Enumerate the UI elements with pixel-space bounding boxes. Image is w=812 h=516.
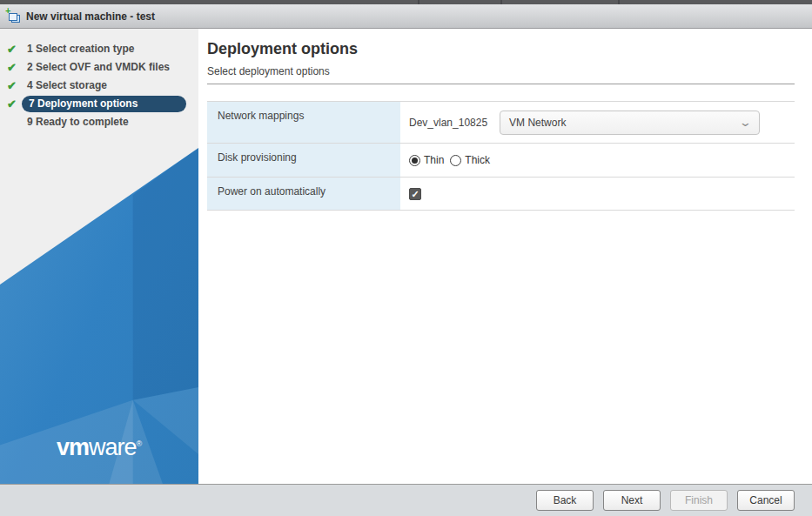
check-icon: ✔ bbox=[7, 80, 22, 91]
dropdown-selected-value: VM Network bbox=[509, 117, 741, 129]
step-ready-to-complete[interactable]: 9 Ready to complete bbox=[0, 113, 198, 131]
step-select-creation-type[interactable]: ✔ 1 Select creation type bbox=[0, 40, 198, 58]
new-vm-icon: + bbox=[6, 10, 21, 23]
disk-provisioning-label: Disk provisioning bbox=[207, 144, 400, 177]
radio-thin[interactable]: Thin bbox=[409, 154, 444, 166]
network-mappings-label: Network mappings bbox=[207, 102, 400, 143]
step-select-ovf-vmdk[interactable]: ✔ 2 Select OVF and VMDK files bbox=[0, 58, 198, 77]
disk-provisioning-row: Disk provisioning Thin Thick bbox=[207, 144, 795, 178]
chevron-down-icon: ⌄ bbox=[739, 117, 752, 128]
step-select-storage[interactable]: ✔ 4 Select storage bbox=[0, 77, 198, 95]
page-subtitle: Select deployment options bbox=[207, 65, 795, 77]
dialog-title: New virtual machine - test bbox=[26, 10, 155, 23]
radio-button-icon[interactable] bbox=[409, 155, 420, 166]
check-icon: ✔ bbox=[7, 98, 22, 110]
check-icon: ✔ bbox=[7, 62, 22, 73]
strip-divider bbox=[618, 0, 620, 4]
step-label: 7 Deployment options bbox=[22, 96, 186, 112]
step-label: 9 Ready to complete bbox=[22, 114, 136, 131]
power-on-checkbox[interactable]: ✓ bbox=[409, 188, 421, 200]
strip-divider bbox=[418, 0, 419, 4]
wizard-content: Deployment options Select deployment opt… bbox=[198, 29, 812, 484]
background-app-strip bbox=[0, 0, 812, 4]
wizard-sidebar: ✔ 1 Select creation type ✔ 2 Select OVF … bbox=[0, 29, 198, 484]
check-icon: ✔ bbox=[7, 44, 22, 55]
wizard-footer: Back Next Finish Cancel bbox=[0, 484, 812, 516]
wizard-step-list: ✔ 1 Select creation type ✔ 2 Select OVF … bbox=[0, 29, 198, 131]
back-button[interactable]: Back bbox=[536, 490, 594, 511]
disk-provisioning-radio-group: Thin Thick bbox=[409, 154, 496, 166]
header-divider bbox=[207, 84, 795, 84]
network-mappings-row: Network mappings Dev_vlan_10825 VM Netwo… bbox=[207, 102, 795, 144]
power-on-label: Power on automatically bbox=[207, 178, 400, 210]
next-button[interactable]: Next bbox=[603, 490, 661, 511]
source-network-label: Dev_vlan_10825 bbox=[409, 117, 487, 129]
step-label: 2 Select OVF and VMDK files bbox=[22, 59, 177, 76]
cancel-button[interactable]: Cancel bbox=[737, 490, 795, 511]
radio-button-icon[interactable] bbox=[450, 155, 461, 166]
radio-thick[interactable]: Thick bbox=[450, 154, 490, 166]
finish-button[interactable]: Finish bbox=[670, 490, 728, 511]
power-on-row: Power on automatically ✓ bbox=[207, 178, 795, 211]
dialog-titlebar: + New virtual machine - test bbox=[0, 4, 812, 29]
deployment-options-form: Network mappings Dev_vlan_10825 VM Netwo… bbox=[207, 101, 795, 211]
strip-divider bbox=[500, 0, 502, 4]
vmware-logo: vmware® bbox=[0, 434, 198, 461]
target-network-dropdown[interactable]: VM Network ⌄ bbox=[500, 111, 760, 135]
step-label: 4 Select storage bbox=[22, 77, 114, 94]
step-label: 1 Select creation type bbox=[22, 41, 141, 57]
page-title: Deployment options bbox=[207, 39, 795, 58]
step-deployment-options[interactable]: ✔ 7 Deployment options bbox=[0, 95, 198, 113]
